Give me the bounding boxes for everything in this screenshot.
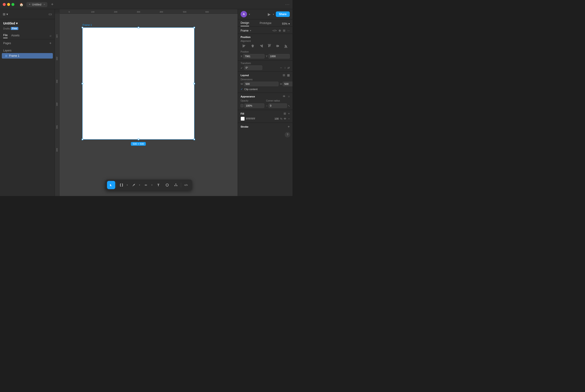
stroke-add-button[interactable]: +	[288, 125, 290, 129]
fill-color-swatch[interactable]	[240, 117, 245, 121]
component-icon[interactable]: ⊕	[278, 29, 281, 32]
align-center-v-button[interactable]	[274, 43, 282, 49]
fill-remove-button[interactable]: −	[288, 117, 290, 120]
tab-close-button[interactable]: ×	[44, 3, 45, 6]
close-button[interactable]	[3, 3, 6, 6]
pencil-tool-button[interactable]: ✏	[142, 181, 150, 189]
canvas-frame-1[interactable]: Frame 1 500 × 500	[82, 28, 194, 140]
tab-design[interactable]: Design	[240, 21, 249, 26]
fill-row: FFFFFF 100 % 👁 −	[240, 117, 290, 121]
tag-free: Free	[11, 27, 18, 30]
more-frame-options-icon[interactable]: ···	[287, 29, 290, 32]
clip-content-checkbox[interactable]: ✓	[240, 88, 243, 91]
flip-h-icon[interactable]: ↔	[280, 66, 282, 69]
align-left-button[interactable]	[240, 43, 248, 49]
resize-handle-mr[interactable]	[194, 83, 195, 84]
align-center-h-button[interactable]	[249, 43, 256, 49]
appearance-more-icon[interactable]: ○	[288, 95, 290, 98]
frame-type-selector: Frame ▾ </> ⊕ ⊞ ···	[240, 29, 290, 32]
fill-visibility-icon[interactable]: 👁	[284, 117, 286, 120]
project-name-label: Untitled	[3, 22, 15, 25]
resize-handle-bm[interactable]	[138, 138, 139, 140]
pen-tool-arrow[interactable]: ▾	[138, 181, 142, 189]
fill-grid-icon[interactable]: ⊞	[284, 112, 286, 115]
fill-hex-value[interactable]: FFFFFF	[246, 117, 273, 120]
nav-file[interactable]: File	[3, 33, 8, 38]
x-position-group: X	[240, 54, 264, 58]
resize-handle-ml[interactable]	[82, 83, 83, 84]
frame-tool-button[interactable]	[117, 181, 126, 189]
nav-assets[interactable]: Assets	[11, 33, 20, 38]
components-button[interactable]	[172, 181, 180, 189]
align-right-button[interactable]	[257, 43, 265, 49]
layers-section-header: Layers	[0, 47, 55, 53]
layout-add-icon[interactable]: ▦	[287, 74, 290, 77]
new-tab-button[interactable]: +	[49, 1, 56, 8]
active-tab[interactable]: ✦ Untitled ×	[26, 2, 47, 7]
ruler-vmark-300: 300	[56, 80, 58, 83]
visibility-icon[interactable]: 👁	[283, 95, 286, 98]
canvas-main[interactable]: Frame 1 500 × 500	[60, 14, 238, 196]
share-button[interactable]: Share	[276, 12, 290, 17]
zoom-control[interactable]: 93% ▾	[282, 22, 290, 26]
frame-tool-group: ▾	[117, 181, 129, 189]
resize-handle-tm[interactable]	[138, 27, 139, 28]
corner-radius-input[interactable]	[268, 103, 287, 108]
minimize-button[interactable]	[7, 3, 10, 6]
avatar-dropdown-icon[interactable]: ▾	[249, 13, 250, 16]
layout-grid-icon[interactable]: ⊞	[283, 74, 285, 77]
resize-handle-br[interactable]	[194, 138, 195, 140]
align-top-button[interactable]	[266, 43, 273, 49]
layer-item-frame1[interactable]: ⊞ Frame 1	[2, 53, 53, 58]
opacity-input[interactable]	[244, 103, 264, 108]
tab-title: Untitled	[32, 3, 42, 6]
frame-tool-arrow[interactable]: ▾	[126, 181, 129, 189]
maximize-button[interactable]	[12, 3, 14, 6]
resize-handle-bl[interactable]	[82, 138, 83, 140]
svg-point-8	[134, 184, 134, 185]
tab-prototype[interactable]: Prototype	[260, 22, 271, 26]
canvas-container[interactable]: 0 100 200 300 400 500 600 100 200 300 40…	[55, 9, 238, 196]
text-tool-button[interactable]: T	[154, 181, 162, 189]
ruler-mark-600: 600	[205, 11, 209, 13]
fill-add-button[interactable]: +	[288, 112, 290, 115]
align-bottom-button[interactable]	[282, 43, 290, 49]
play-dropdown-icon[interactable]: ▾	[273, 13, 274, 16]
ruler-mark-300: 300	[137, 11, 140, 13]
project-name[interactable]: Untitled ▾	[3, 22, 18, 25]
resize-handle-tl[interactable]	[82, 27, 83, 28]
x-input[interactable]	[243, 54, 264, 58]
flip-both-icon[interactable]: ⇄	[288, 66, 290, 69]
frame-type-dropdown-icon[interactable]: ▾	[250, 29, 251, 32]
flip-v-icon[interactable]: ↕	[284, 66, 286, 69]
y-input[interactable]	[268, 54, 290, 58]
pencil-tool-arrow[interactable]: ▾	[150, 181, 154, 189]
rotation-input[interactable]	[244, 66, 262, 70]
search-icon[interactable]: ⌕	[50, 34, 52, 37]
clip-content-row: ✓ Clip content	[240, 88, 290, 91]
add-page-button[interactable]: +	[50, 41, 52, 45]
panel-toggle-button[interactable]: ▭	[48, 12, 52, 16]
user-avatar[interactable]: A	[240, 11, 247, 18]
more-options-button[interactable]: ···	[286, 2, 290, 7]
select-tool-button[interactable]	[107, 181, 115, 189]
height-input[interactable]	[283, 82, 292, 86]
pen-tool-group: ▾	[130, 181, 142, 189]
svg-rect-31	[285, 45, 286, 47]
layout-view-icon[interactable]: ⊞	[283, 29, 286, 32]
fill-opacity-value[interactable]: 100	[274, 117, 278, 120]
svg-rect-5	[122, 184, 123, 186]
tag-drafts: Drafts	[3, 27, 10, 30]
corner-expand-icon[interactable]: ⤡	[288, 104, 290, 107]
code-view-icon[interactable]: </>	[272, 29, 277, 32]
svg-point-10	[176, 184, 176, 184]
pen-tool-button[interactable]	[130, 181, 138, 189]
tool-selector[interactable]: ⊞ ▾	[3, 12, 8, 16]
help-button[interactable]: ?	[285, 132, 290, 138]
width-input[interactable]	[244, 82, 278, 86]
play-button[interactable]: ▶	[268, 12, 270, 16]
resize-handle-tr[interactable]	[194, 27, 195, 28]
code-button[interactable]: </>	[182, 181, 190, 189]
home-button[interactable]: 🏠	[18, 1, 24, 8]
ellipse-tool-button[interactable]	[163, 181, 171, 189]
